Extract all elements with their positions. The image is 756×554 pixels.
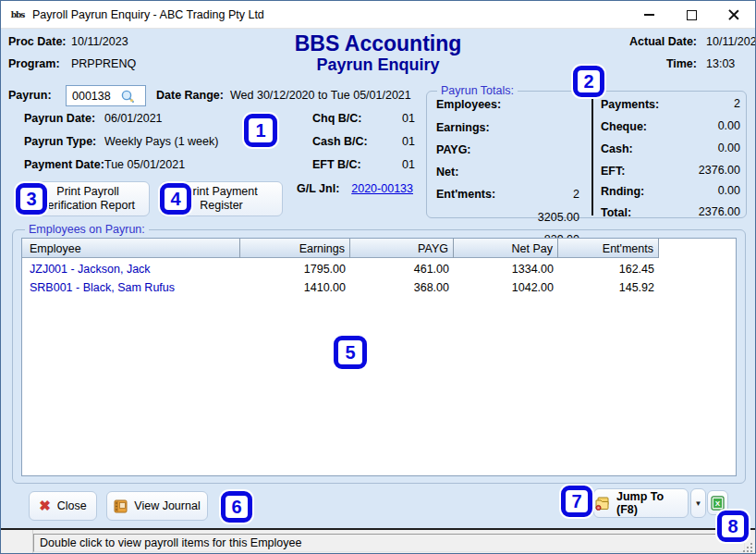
date-range-value: Wed 30/12/2020 to Tue 05/01/2021 (230, 89, 411, 102)
close-button[interactable]: ✖ Close (29, 491, 97, 521)
print-verification-label-line1: Print Payroll (56, 185, 118, 199)
annotation-badge-1: 1 (244, 114, 277, 147)
chq-bc-label: Chq B/C: (312, 112, 361, 125)
jump-to-dropdown-button[interactable]: ▼ (690, 488, 706, 518)
annotation-badge-5: 5 (334, 336, 367, 369)
totals-label: Earnings: (436, 121, 490, 134)
statusbar-message-panel: Double click to view payroll items for t… (33, 534, 745, 552)
actual-date-label: Actual Date: (629, 35, 697, 48)
payrun-field-wrap (66, 85, 146, 106)
close-window-button[interactable] (718, 2, 750, 28)
payrun-date-label: Payrun Date: (24, 112, 95, 125)
totals-row: EFT: (601, 165, 625, 179)
time-value: 13:03 (706, 57, 735, 70)
payrun-totals-group-title: Payrun Totals: (437, 84, 518, 97)
totals-divider (591, 97, 593, 215)
journal-book-icon (114, 499, 128, 513)
totals-row: PAYG: (436, 143, 471, 158)
column-header-entments[interactable]: Ent'ments (558, 239, 659, 258)
excel-export-icon: X (711, 496, 725, 511)
eft-bc-value: 01 (402, 158, 415, 171)
totals-value: 2 (680, 97, 740, 110)
totals-row: Rnding: (601, 185, 644, 200)
statusbar-left-cell (1, 530, 33, 554)
cash-bc-value: 01 (402, 135, 415, 148)
totals-label: Cash: (601, 142, 633, 155)
column-header-net-pay[interactable]: Net Pay (454, 239, 558, 258)
totals-row: Employees: (436, 98, 501, 113)
totals-value: 2376.00 (680, 164, 740, 177)
svg-text:X: X (715, 499, 721, 508)
jump-to-button[interactable]: Jump To (F8) (593, 488, 689, 518)
close-x-icon: ✖ (39, 499, 51, 512)
caret-down-icon: ▼ (695, 499, 702, 508)
annotation-badge-2: 2 (573, 66, 604, 97)
column-header-employee[interactable]: Employee (22, 239, 240, 258)
minimize-button[interactable] (633, 2, 665, 28)
totals-value: 3205.00 (519, 211, 579, 224)
totals-row: Earnings: (436, 121, 490, 136)
employee-earnings-cell: 1410.00 (240, 278, 350, 297)
annotation-badge-8: 8 (717, 511, 749, 542)
employees-list: Employee Earnings PAYG Net Pay Ent'ments… (21, 238, 737, 476)
annotation-badge-6: 6 (221, 491, 252, 523)
payrun-type-label: Payrun Type: (24, 135, 96, 148)
payrun-input[interactable] (67, 90, 120, 103)
employee-entments-cell: 162.45 (558, 260, 659, 278)
employees-table-header: Employee Earnings PAYG Net Pay Ent'ments (22, 239, 659, 258)
payrun-type-value: Weekly Pays (1 week) (104, 135, 218, 148)
payrun-date-value: 06/01/2021 (104, 112, 163, 125)
totals-value: 2376.00 (680, 205, 740, 218)
maximize-button[interactable] (676, 2, 707, 28)
totals-label: Cheque: (601, 120, 647, 133)
payroll-payrun-enquiry-window: bbs Payroll Payrun Enquiry - ABC Trading… (0, 0, 756, 554)
statusbar: Double click to view payroll items for t… (1, 530, 755, 554)
view-journal-label: View Journal (134, 499, 200, 512)
employees-group-title: Employees on Payrun: (25, 223, 149, 236)
employee-netpay-cell: 1042.00 (454, 278, 558, 297)
totals-row: Total: (601, 206, 631, 221)
column-header-earnings[interactable]: Earnings (240, 239, 350, 258)
totals-row: Ent'ments: (436, 188, 495, 203)
employee-payg-cell: 461.00 (350, 260, 454, 278)
resize-grip[interactable] (742, 542, 753, 553)
payment-date-label: Payment Date: (24, 158, 104, 171)
time-label: Time: (666, 57, 697, 70)
column-header-payg[interactable]: PAYG (350, 239, 454, 258)
totals-row: Cheque: (601, 120, 647, 135)
actual-date-value: 10/11/2023 (706, 35, 756, 48)
totals-row: Payments: (601, 98, 659, 113)
minimize-icon (644, 14, 654, 15)
print-verification-label-line2: Verification Report (41, 199, 135, 213)
view-journal-button[interactable]: View Journal (106, 491, 208, 521)
bbs-app-icon: bbs (9, 6, 26, 23)
print-register-label-line2: Register (200, 199, 243, 213)
employee-row[interactable]: JZJ001 - Jackson, Jack 1795.00 461.00 13… (22, 260, 659, 278)
eft-bc-label: EFT B/C: (312, 158, 361, 171)
gl-jnl-label: G/L Jnl: (297, 182, 339, 195)
employee-payg-cell: 368.00 (350, 278, 454, 297)
search-icon[interactable] (120, 89, 135, 104)
payrun-label: Payrun: (8, 89, 52, 102)
totals-value: 2 (519, 188, 579, 201)
close-icon (728, 9, 739, 20)
window-title: Payroll Payrun Enquiry - ABC Trading Pty… (32, 8, 264, 21)
chq-bc-value: 01 (402, 112, 415, 125)
gl-jnl-link[interactable]: 2020-00133 (351, 182, 413, 195)
statusbar-message: Double click to view payroll items for t… (40, 536, 301, 549)
employee-name-cell: JZJ001 - Jackson, Jack (22, 260, 240, 278)
employee-row[interactable]: SRB001 - Black, Sam Rufus 1410.00 368.00… (22, 278, 659, 297)
totals-row: Net: (436, 166, 458, 180)
totals-label: Ent'ments: (436, 188, 495, 201)
totals-label: Net: (436, 166, 458, 179)
folder-stack-icon (594, 497, 610, 511)
employee-entments-cell: 145.92 (558, 278, 659, 297)
totals-label: Rnding: (601, 185, 644, 198)
jump-to-label: Jump To (F8) (616, 490, 688, 516)
app-subtitle: Payrun Enquiry (1, 55, 755, 75)
employee-earnings-cell: 1795.00 (240, 260, 350, 278)
titlebar: bbs Payroll Payrun Enquiry - ABC Trading… (1, 1, 755, 29)
maximize-icon (687, 10, 697, 20)
cash-bc-label: Cash B/C: (312, 135, 368, 148)
totals-value: 0.00 (680, 184, 740, 197)
